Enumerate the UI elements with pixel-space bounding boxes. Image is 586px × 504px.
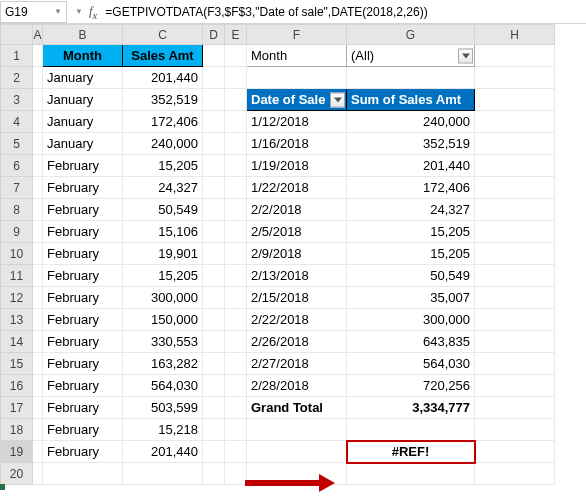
row-header[interactable]: 17 — [1, 397, 33, 419]
cell-C6[interactable]: 15,205 — [123, 155, 203, 177]
cell-D6[interactable] — [203, 155, 225, 177]
cell-C14[interactable]: 330,553 — [123, 331, 203, 353]
cell-F11[interactable]: 2/13/2018 — [247, 265, 347, 287]
cell-E17[interactable] — [225, 397, 247, 419]
cell-A1[interactable] — [33, 45, 43, 67]
spreadsheet-grid[interactable]: A B C D E F G H 1MonthSales AmtMonth(All… — [0, 24, 555, 485]
select-all-corner[interactable] — [1, 25, 33, 45]
cell-A3[interactable] — [33, 89, 43, 111]
cell-A9[interactable] — [33, 221, 43, 243]
row-header[interactable]: 2 — [1, 67, 33, 89]
row-header[interactable]: 18 — [1, 419, 33, 441]
cell-C7[interactable]: 24,327 — [123, 177, 203, 199]
cell-G18[interactable] — [347, 419, 475, 441]
cell-F9[interactable]: 2/5/2018 — [247, 221, 347, 243]
cell-H8[interactable] — [475, 199, 555, 221]
fx-icon[interactable]: fx — [89, 3, 97, 21]
cell-A4[interactable] — [33, 111, 43, 133]
cell-H19[interactable] — [475, 441, 555, 463]
cell-A20[interactable] — [33, 463, 43, 485]
cell-B17[interactable]: February — [43, 397, 123, 419]
cell-H4[interactable] — [475, 111, 555, 133]
cell-B9[interactable]: February — [43, 221, 123, 243]
cell-F15[interactable]: 2/27/2018 — [247, 353, 347, 375]
cell-F1[interactable]: Month — [247, 45, 347, 67]
cell-H12[interactable] — [475, 287, 555, 309]
pivot-dropdown-icon[interactable] — [330, 92, 345, 107]
cell-C12[interactable]: 300,000 — [123, 287, 203, 309]
cell-H10[interactable] — [475, 243, 555, 265]
cell-H14[interactable] — [475, 331, 555, 353]
cell-A7[interactable] — [33, 177, 43, 199]
cell-E10[interactable] — [225, 243, 247, 265]
col-header[interactable]: G — [347, 25, 475, 45]
cell-C3[interactable]: 352,519 — [123, 89, 203, 111]
cell-A18[interactable] — [33, 419, 43, 441]
cell-D1[interactable] — [203, 45, 225, 67]
row-header[interactable]: 4 — [1, 111, 33, 133]
cell-G11[interactable]: 50,549 — [347, 265, 475, 287]
cell-G15[interactable]: 564,030 — [347, 353, 475, 375]
col-header[interactable]: F — [247, 25, 347, 45]
row-header[interactable]: 11 — [1, 265, 33, 287]
cell-D20[interactable] — [203, 463, 225, 485]
cell-D9[interactable] — [203, 221, 225, 243]
cell-A19[interactable] — [33, 441, 43, 463]
error-cell[interactable]: #REF! — [347, 441, 475, 463]
cell-E15[interactable] — [225, 353, 247, 375]
cell-B13[interactable]: February — [43, 309, 123, 331]
cell-G10[interactable]: 15,205 — [347, 243, 475, 265]
cell-G13[interactable]: 300,000 — [347, 309, 475, 331]
filter-dropdown-icon[interactable] — [458, 48, 473, 63]
col-header[interactable]: H — [475, 25, 555, 45]
cell-H11[interactable] — [475, 265, 555, 287]
cell-G14[interactable]: 643,835 — [347, 331, 475, 353]
cell-F7[interactable]: 1/22/2018 — [247, 177, 347, 199]
cell-D13[interactable] — [203, 309, 225, 331]
row-header[interactable]: 9 — [1, 221, 33, 243]
cell-B8[interactable]: February — [43, 199, 123, 221]
cell-E16[interactable] — [225, 375, 247, 397]
cell-E2[interactable] — [225, 67, 247, 89]
row-header[interactable]: 7 — [1, 177, 33, 199]
cell-D11[interactable] — [203, 265, 225, 287]
cell-B3[interactable]: January — [43, 89, 123, 111]
row-header[interactable]: 10 — [1, 243, 33, 265]
cell-D12[interactable] — [203, 287, 225, 309]
cell-B5[interactable]: January — [43, 133, 123, 155]
cell-A16[interactable] — [33, 375, 43, 397]
cell-H20[interactable] — [475, 463, 555, 485]
cell-C20[interactable] — [123, 463, 203, 485]
cell-G8[interactable]: 24,327 — [347, 199, 475, 221]
cell-E1[interactable] — [225, 45, 247, 67]
col-header[interactable]: B — [43, 25, 123, 45]
cell-A15[interactable] — [33, 353, 43, 375]
cell-B15[interactable]: February — [43, 353, 123, 375]
cell-D3[interactable] — [203, 89, 225, 111]
cell-F18[interactable] — [247, 419, 347, 441]
cell-E9[interactable] — [225, 221, 247, 243]
cell-C10[interactable]: 19,901 — [123, 243, 203, 265]
cell-F10[interactable]: 2/9/2018 — [247, 243, 347, 265]
cell-G6[interactable]: 201,440 — [347, 155, 475, 177]
cell-E13[interactable] — [225, 309, 247, 331]
cell-F8[interactable]: 2/2/2018 — [247, 199, 347, 221]
cell-A8[interactable] — [33, 199, 43, 221]
row-header[interactable]: 16 — [1, 375, 33, 397]
cell-G3[interactable]: Sum of Sales Amt — [347, 89, 475, 111]
cell-A13[interactable] — [33, 309, 43, 331]
cell-E19[interactable] — [225, 441, 247, 463]
cell-H7[interactable] — [475, 177, 555, 199]
cell-C17[interactable]: 503,599 — [123, 397, 203, 419]
cell-H2[interactable] — [475, 67, 555, 89]
cell-C1[interactable]: Sales Amt — [123, 45, 203, 67]
cell-D5[interactable] — [203, 133, 225, 155]
cell-H9[interactable] — [475, 221, 555, 243]
cell-C8[interactable]: 50,549 — [123, 199, 203, 221]
cell-C15[interactable]: 163,282 — [123, 353, 203, 375]
cell-E11[interactable] — [225, 265, 247, 287]
row-header[interactable]: 8 — [1, 199, 33, 221]
col-header[interactable]: E — [225, 25, 247, 45]
row-header[interactable]: 19 — [1, 441, 33, 463]
cell-A17[interactable] — [33, 397, 43, 419]
